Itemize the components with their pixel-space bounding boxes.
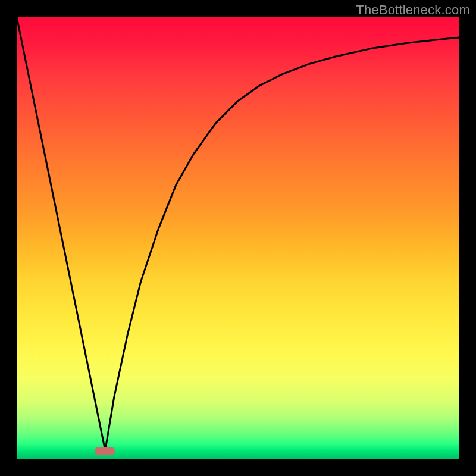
watermark-text: TheBottleneck.com: [356, 2, 470, 18]
chart-frame: TheBottleneck.com: [0, 0, 476, 476]
bottleneck-curve: [17, 17, 459, 459]
curve-left-segment: [17, 17, 105, 450]
plot-area: [17, 17, 459, 459]
curve-right-segment: [105, 37, 459, 450]
minimum-marker: [95, 447, 115, 455]
